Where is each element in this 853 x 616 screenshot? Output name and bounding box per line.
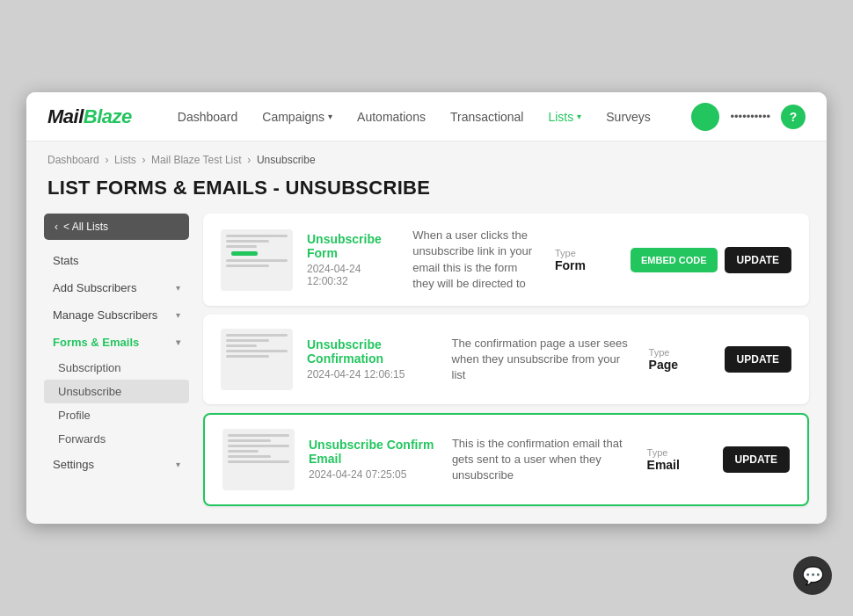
- card-type: Type Form: [555, 248, 616, 272]
- avatar[interactable]: [691, 103, 719, 131]
- sidebar-item-unsubscribe[interactable]: Unsubscribe: [44, 380, 189, 403]
- card-title: Unsubscribe Confirmation: [307, 337, 438, 366]
- nav-surveys[interactable]: Surveys: [595, 105, 661, 129]
- card-info: Unsubscribe Confirm Email 2024-04-24 07:…: [309, 438, 438, 481]
- top-nav: MailBlaze Dashboard Campaigns ▾ Automati…: [26, 92, 827, 141]
- nav-dashboard[interactable]: Dashboard: [167, 105, 249, 129]
- browser-window: MailBlaze Dashboard Campaigns ▾ Automati…: [26, 92, 827, 524]
- content-area: ‹ < All Lists Stats Add Subscribers ▾ Ma…: [26, 214, 827, 524]
- card-unsubscribe-form: Unsubscribe Form 2024-04-24 12:00:32 Whe…: [203, 214, 809, 306]
- card-thumbnail: [221, 329, 293, 390]
- card-thumbnail: [222, 429, 295, 490]
- nav-automations[interactable]: Automations: [346, 105, 436, 129]
- page-title: LIST FORMS & EMAILS - UNSUBSCRIBE: [26, 171, 827, 214]
- type-label: Type: [647, 447, 709, 458]
- card-type: Type Page: [649, 347, 711, 372]
- card-date: 2024-04-24 12:06:15: [307, 368, 438, 380]
- card-description: When a user clicks the unsubscribe link …: [412, 228, 541, 292]
- card-actions: UPDATE: [723, 446, 790, 473]
- sidebar-item-add-subscribers[interactable]: Add Subscribers ▾: [44, 274, 189, 301]
- breadcrumb-current: Unsubscribe: [257, 154, 316, 166]
- logo[interactable]: MailBlaze: [47, 105, 132, 128]
- update-button[interactable]: UPDATE: [725, 346, 791, 373]
- nav-transactional[interactable]: Transactional: [440, 105, 535, 129]
- card-unsubscribe-confirmation: Unsubscribe Confirmation 2024-04-24 12:0…: [203, 315, 809, 404]
- chat-icon: 💬: [802, 565, 824, 586]
- breadcrumb-dashboard[interactable]: Dashboard: [47, 154, 99, 166]
- card-description: This is the confirmation email that gets…: [452, 436, 633, 484]
- update-button[interactable]: UPDATE: [725, 247, 791, 273]
- type-label: Type: [555, 248, 616, 258]
- breadcrumb-list-name[interactable]: Mail Blaze Test List: [151, 154, 242, 166]
- card-info: Unsubscribe Confirmation 2024-04-24 12:0…: [307, 337, 438, 380]
- update-button[interactable]: UPDATE: [723, 446, 790, 473]
- nav-right: •••••••••• ?: [691, 103, 806, 131]
- type-value: Page: [649, 358, 711, 372]
- card-thumbnail: [221, 229, 293, 291]
- type-label: Type: [649, 347, 711, 358]
- type-value: Form: [555, 258, 616, 272]
- breadcrumb-lists[interactable]: Lists: [114, 154, 136, 166]
- help-button[interactable]: ?: [781, 105, 806, 129]
- nav-campaigns[interactable]: Campaigns ▾: [252, 105, 343, 129]
- chevron-down-icon: ▾: [176, 310, 180, 320]
- chevron-down-icon: ▾: [577, 112, 581, 121]
- embed-code-button[interactable]: EMBED CODE: [631, 248, 718, 272]
- card-actions: EMBED CODE UPDATE: [631, 247, 791, 273]
- cards-area: Unsubscribe Form 2024-04-24 12:00:32 Whe…: [203, 214, 809, 506]
- card-title: Unsubscribe Form: [307, 232, 398, 260]
- breadcrumb: Dashboard › Lists › Mail Blaze Test List…: [47, 154, 806, 166]
- sidebar-item-settings[interactable]: Settings ▾: [44, 451, 189, 478]
- type-value: Email: [647, 458, 709, 472]
- card-description: The confirmation page a user sees when t…: [452, 336, 635, 384]
- chevron-down-icon: ▾: [176, 283, 180, 293]
- chevron-down-icon: ▾: [328, 112, 332, 121]
- card-title: Unsubscribe Confirm Email: [309, 438, 438, 466]
- sidebar-item-forwards[interactable]: Forwards: [44, 427, 189, 451]
- chat-button[interactable]: 💬: [793, 556, 832, 595]
- sidebar-item-manage-subscribers[interactable]: Manage Subscribers ▾: [44, 301, 189, 329]
- all-lists-button[interactable]: ‹ < All Lists: [44, 214, 189, 240]
- nav-lists[interactable]: Lists ▾: [537, 105, 592, 129]
- card-actions: UPDATE: [725, 346, 791, 373]
- back-icon: ‹: [55, 221, 58, 233]
- user-name: ••••••••••: [730, 110, 770, 123]
- sidebar: ‹ < All Lists Stats Add Subscribers ▾ Ma…: [44, 214, 189, 506]
- sidebar-item-subscription[interactable]: Subscription: [44, 356, 189, 380]
- sidebar-item-profile[interactable]: Profile: [44, 403, 189, 427]
- chevron-down-icon: ▾: [176, 337, 180, 347]
- chevron-down-icon: ▾: [176, 460, 180, 469]
- card-info: Unsubscribe Form 2024-04-24 12:00:32: [307, 232, 398, 287]
- card-type: Type Email: [647, 447, 709, 472]
- breadcrumb-area: Dashboard › Lists › Mail Blaze Test List…: [26, 141, 827, 171]
- sidebar-item-forms-emails[interactable]: Forms & Emails ▾: [44, 329, 189, 356]
- card-date: 2024-04-24 07:25:05: [309, 468, 438, 481]
- card-unsubscribe-confirm-email: Unsubscribe Confirm Email 2024-04-24 07:…: [203, 413, 809, 506]
- nav-links: Dashboard Campaigns ▾ Automations Transa…: [167, 105, 692, 129]
- card-date: 2024-04-24 12:00:32: [307, 263, 398, 287]
- sidebar-item-stats[interactable]: Stats: [44, 247, 189, 274]
